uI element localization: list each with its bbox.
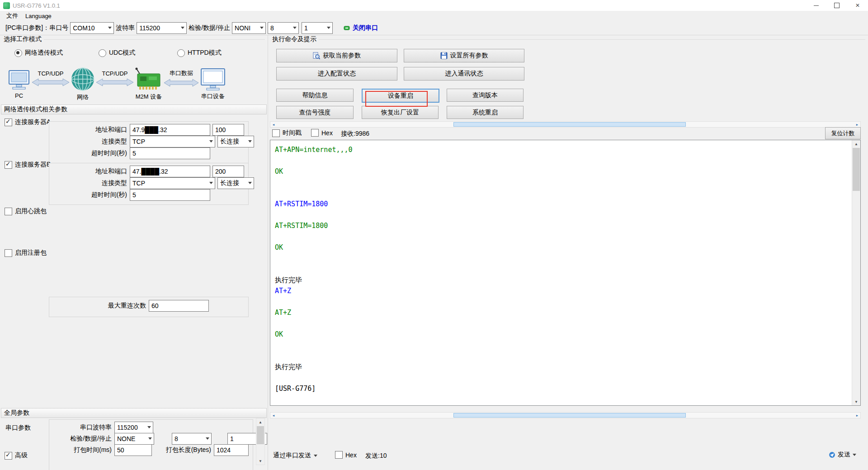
system-restart-label: 系统重启 <box>472 109 498 117</box>
stopbits-value: 1 <box>304 24 308 32</box>
reset-count-button[interactable]: 复位计数 <box>825 127 861 139</box>
max-reconnect-label: 最大重连次数 <box>49 302 149 310</box>
scrollbar-thumb[interactable] <box>257 426 264 444</box>
timestamp-checkbox-row[interactable]: 时间戳 <box>272 129 302 137</box>
heartbeat-label: 启用心跳包 <box>15 207 47 215</box>
minimize-button[interactable] <box>806 0 826 11</box>
radio-icon[interactable] <box>177 49 185 57</box>
enter-config-button[interactable]: 进入配置状态 <box>276 67 397 81</box>
server-b-type-value: TCP <box>132 180 145 187</box>
server-a-type-select[interactable]: TCP <box>130 136 215 147</box>
log-line: OK <box>275 166 848 177</box>
send-hex-checkbox[interactable] <box>335 451 343 459</box>
scroll-down-icon[interactable]: ▼ <box>852 398 860 405</box>
set-params-button[interactable]: 设置所有参数 <box>404 49 524 62</box>
mode-transparent[interactable]: 网络透传模式 <box>14 49 99 57</box>
radio-selected-icon[interactable] <box>14 49 22 57</box>
minimize-icon <box>814 5 819 6</box>
log-line <box>275 209 848 220</box>
scroll-down-icon[interactable]: ▼ <box>256 457 264 465</box>
reset-count-label: 复位计数 <box>831 129 855 138</box>
menu-language[interactable]: Language <box>22 13 55 19</box>
scrollbar-thumb[interactable] <box>853 148 860 191</box>
scrollbar-thumb[interactable] <box>453 413 686 418</box>
enter-comm-button[interactable]: 进入通讯状态 <box>404 67 524 81</box>
timestamp-checkbox[interactable] <box>272 129 280 137</box>
query-version-button[interactable]: 查询版本 <box>447 89 524 102</box>
com-port-value: COM10 <box>73 24 94 32</box>
server-a-address-input[interactable]: 47.9███.32 <box>130 124 210 136</box>
command-panel-hscrollbar[interactable]: ◄ ► <box>270 121 861 128</box>
server-b-checkbox-row[interactable]: 连接服务器B <box>5 161 51 169</box>
tcp-arrow-1: TCP/UDP <box>31 70 70 87</box>
m2m-label: M2M 设备 <box>136 93 162 101</box>
max-reconnect-input[interactable]: 60 <box>149 300 209 312</box>
heartbeat-checkbox-row[interactable]: 启用心跳包 <box>5 207 47 215</box>
advanced-checkbox[interactable] <box>5 452 12 460</box>
scroll-left-icon[interactable]: ◄ <box>270 413 277 418</box>
recv-hex-checkbox-row[interactable]: Hex <box>311 129 333 137</box>
factory-reset-button[interactable]: 恢复出厂设置 <box>362 106 439 119</box>
server-a-keep-value: 长连接 <box>220 138 239 146</box>
close-button[interactable]: ✕ <box>847 0 868 11</box>
stopbits-select[interactable]: 1 <box>302 22 333 34</box>
maximize-button[interactable] <box>826 0 847 11</box>
server-b-checkbox[interactable] <box>5 161 12 169</box>
server-b-type-select[interactable]: TCP <box>130 177 215 189</box>
scrollbar-thumb[interactable] <box>453 122 686 127</box>
mode-httpd[interactable]: HTTPD模式 <box>177 49 222 57</box>
menu-file[interactable]: 文件 <box>3 12 22 20</box>
pack-time-input[interactable]: 50 <box>114 444 152 456</box>
server-a-checkbox[interactable] <box>5 119 12 126</box>
log-hscrollbar[interactable]: ◄ ► <box>270 412 861 418</box>
parity-value: NONI <box>235 24 250 32</box>
server-b-keep-select[interactable]: 长连接 <box>217 177 254 189</box>
server-b-port-input[interactable]: 200 <box>212 166 244 177</box>
global-baud-select[interactable]: 115200 <box>114 422 153 433</box>
server-a-keep-select[interactable]: 长连接 <box>217 136 254 147</box>
server-a-timeout-input[interactable]: 5 <box>130 147 210 159</box>
databits-select[interactable]: 8 <box>268 22 299 34</box>
send-hex-checkbox-row[interactable]: Hex <box>335 451 357 459</box>
mode-udc[interactable]: UDC模式 <box>99 49 177 57</box>
register-checkbox[interactable] <box>5 249 12 257</box>
system-restart-button[interactable]: 系统重启 <box>447 106 524 119</box>
log-vscrollbar[interactable]: ▲ ▼ <box>852 140 860 405</box>
close-port-button[interactable]: 关闭串口 <box>344 24 378 32</box>
log-area[interactable]: AT+APN=internet,,,0 OK AT+RSTIM=1800 AT+… <box>270 140 861 406</box>
advanced-checkbox-row[interactable]: 高级 <box>5 451 28 460</box>
server-b-group: 地址和端口 47.████.32 200 连接类型 TCP 长连接 超时时间(秒… <box>49 163 249 205</box>
left-panel-scrollbar[interactable]: ▲ ▼ <box>256 418 265 465</box>
scroll-up-icon[interactable]: ▲ <box>256 418 264 426</box>
server-a-port-input[interactable]: 100 <box>212 124 244 136</box>
send-method-dropdown[interactable]: 通过串口发送 <box>273 451 317 460</box>
server-b-timeout-input[interactable]: 5 <box>130 189 210 201</box>
net-section-title: 网络透传模式相关参数 <box>4 105 67 114</box>
baud-select[interactable]: 115200 <box>137 22 187 34</box>
double-arrow-icon <box>95 78 134 87</box>
get-params-button[interactable]: 获取当前参数 <box>276 49 397 62</box>
scroll-left-icon[interactable]: ◄ <box>270 122 277 127</box>
m2m-device-icon <box>135 67 163 91</box>
help-info-button[interactable]: 帮助信息 <box>276 89 354 102</box>
heartbeat-checkbox[interactable] <box>5 208 12 215</box>
server-b-address-input[interactable]: 47.████.32 <box>130 166 210 177</box>
log-line: AT+Z <box>275 307 848 318</box>
register-checkbox-row[interactable]: 启用注册包 <box>5 249 47 257</box>
get-params-label: 获取当前参数 <box>323 52 361 60</box>
global-databits-select[interactable]: 8 <box>172 433 212 445</box>
radio-icon[interactable] <box>99 49 106 57</box>
pack-len-input[interactable]: 1024 <box>214 444 249 456</box>
recv-hex-checkbox[interactable] <box>311 129 319 137</box>
server-a-checkbox-row[interactable]: 连接服务器A <box>5 118 51 126</box>
server-a-group: 地址和端口 47.9███.32 100 连接类型 TCP 长连接 超时时间(秒… <box>49 121 249 163</box>
parity-select[interactable]: NONI <box>232 22 266 34</box>
com-port-select[interactable]: COM10 <box>70 22 114 34</box>
scroll-up-icon[interactable]: ▲ <box>852 140 860 147</box>
send-button[interactable]: 发送 <box>829 451 856 459</box>
query-signal-button[interactable]: 查信号强度 <box>276 106 354 119</box>
scroll-right-icon[interactable]: ► <box>854 122 860 127</box>
scroll-right-icon[interactable]: ► <box>854 413 860 418</box>
network-label: 网络 <box>77 93 89 101</box>
global-parity-select[interactable]: NONE <box>114 433 154 445</box>
